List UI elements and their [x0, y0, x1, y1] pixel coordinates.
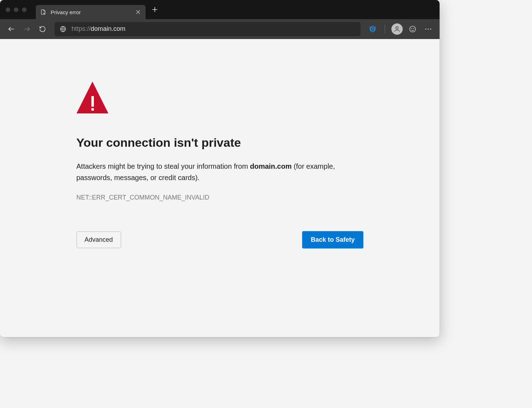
svg-point-7 — [428, 28, 429, 29]
window-close-button[interactable] — [6, 7, 10, 12]
settings-menu-button[interactable] — [421, 22, 435, 36]
avatar-icon — [391, 23, 403, 35]
svg-point-5 — [413, 28, 414, 28]
privacy-error-interstitial: Your connection isn't private Attackers … — [77, 39, 363, 337]
error-body: Attackers might be trying to steal your … — [77, 161, 363, 183]
toolbar-right — [366, 22, 435, 36]
url-text: https://domain.com — [72, 25, 125, 33]
tab-title: Privacy error — [51, 9, 81, 15]
page-error-icon — [40, 9, 46, 15]
svg-point-6 — [425, 28, 426, 29]
site-info-icon[interactable] — [60, 26, 67, 33]
svg-rect-1 — [371, 28, 375, 30]
address-bar[interactable]: https://domain.com — [55, 22, 361, 36]
svg-point-8 — [430, 28, 431, 29]
tracking-prevention-button[interactable] — [366, 22, 380, 36]
window-controls — [6, 7, 27, 12]
toolbar-divider — [385, 25, 385, 33]
url-scheme: https:// — [72, 25, 91, 32]
back-to-safety-button[interactable]: Back to Safety — [302, 231, 363, 248]
page-content: Your connection isn't private Attackers … — [0, 39, 440, 337]
error-body-domain: domain.com — [250, 162, 292, 170]
window-minimize-button[interactable] — [14, 7, 18, 12]
profile-button[interactable] — [390, 22, 404, 36]
button-row: Advanced Back to Safety — [77, 231, 363, 248]
forward-button[interactable] — [20, 22, 34, 36]
toolbar: https://domain.com — [0, 19, 440, 39]
svg-point-2 — [396, 27, 398, 29]
error-body-pre: Attackers might be trying to steal your … — [77, 162, 250, 170]
refresh-button[interactable] — [35, 22, 50, 36]
tab-close-button[interactable] — [135, 9, 141, 15]
advanced-button[interactable]: Advanced — [77, 231, 121, 248]
svg-point-3 — [410, 26, 416, 32]
new-tab-button[interactable] — [148, 2, 162, 17]
error-title: Your connection isn't private — [77, 135, 363, 150]
browser-window: Privacy error https — [0, 0, 440, 337]
tab-strip: Privacy error — [0, 0, 440, 19]
warning-icon — [77, 82, 108, 113]
error-code: NET::ERR_CERT_COMMON_NAME_INVALID — [77, 194, 363, 201]
browser-tab[interactable]: Privacy error — [36, 5, 146, 19]
feedback-button[interactable] — [406, 22, 420, 36]
back-button[interactable] — [4, 22, 18, 36]
svg-point-4 — [412, 28, 412, 28]
window-zoom-button[interactable] — [22, 7, 27, 12]
url-host: domain.com — [91, 25, 125, 32]
